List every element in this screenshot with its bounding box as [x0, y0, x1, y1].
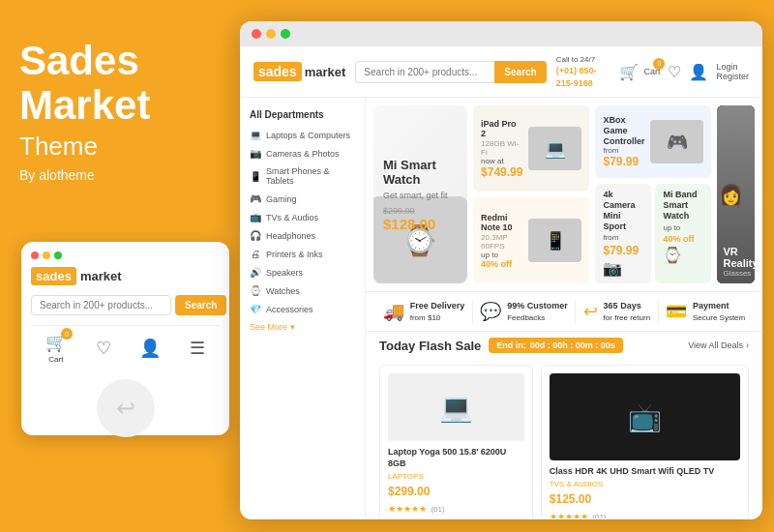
sidebar-item-speakers[interactable]: 🔊 Speakers: [240, 263, 365, 281]
header-search-input[interactable]: [355, 61, 494, 83]
product-card-laptop[interactable]: 💻 Laptop Yoga 500 15.8' 6200U 8GB LAPTOP…: [379, 365, 533, 518]
mobile-user-icon[interactable]: 👤: [139, 338, 161, 359]
browser-dot-green[interactable]: [281, 29, 290, 39]
sidebar-item-accessories[interactable]: 💎 Accessories: [240, 300, 365, 318]
camera-name: 4k Camera Mini Sport: [603, 190, 643, 231]
mobile-window-dots: [31, 251, 220, 259]
xbox-text: XBox Game Controller from $79.99: [603, 115, 644, 168]
printer-icon: 🖨: [250, 249, 261, 259]
ipad-banner[interactable]: iPad Pro 2 128GB Wi-Fi now at $749.99 💻: [473, 105, 589, 192]
header-actions: Call to 24/7 (+01) 850-215-9168 🛒 0 Cart…: [556, 54, 749, 89]
vr-text: VR Reality Glasses: [717, 240, 755, 283]
camera-price: $79.99: [603, 244, 639, 257]
site-logo[interactable]: sades market: [253, 62, 345, 81]
product-cards: 💻 Laptop Yoga 500 15.8' 6200U 8GB LAPTOP…: [366, 359, 762, 518]
mobile-icons-row: 🛒 0 Cart ♡ 👤 ☰: [31, 325, 220, 369]
miband-banner[interactable]: Mi Band Smart Watch up to 40% off ⌚: [655, 184, 711, 283]
sidebar-item-tvs[interactable]: 📺 TVs & Audios: [240, 208, 365, 226]
mobile-content-placeholder: ↩: [97, 379, 155, 437]
user-icon[interactable]: 👤: [689, 63, 708, 81]
hero-area: Mi Smart Watch Get smart, get fit $299.0…: [366, 98, 762, 518]
hero-mi-watch-banner[interactable]: Mi Smart Watch Get smart, get fit $299.0…: [373, 105, 467, 283]
camera-icon: 📷: [250, 148, 261, 159]
feature-customer-text: 99% Customer Feedbacks: [507, 300, 568, 323]
sidebar-item-phones[interactable]: 📱 Smart Phones & Tablets: [240, 163, 365, 190]
logo-sades: sades: [253, 62, 302, 81]
browser-titlebar: [240, 21, 762, 46]
vr-banner[interactable]: VR Reality Glasses 👩: [717, 105, 755, 283]
tv-card-stars: ★★★★★ (01): [550, 506, 740, 518]
camera-from: from: [603, 233, 618, 242]
header-search: Search: [355, 61, 546, 83]
sidebar-item-label: Watches: [266, 286, 300, 296]
sidebar-item-printers[interactable]: 🖨 Printers & Inks: [240, 245, 365, 263]
laptop-card-sold: Sold: 0/Unlimit: [388, 517, 524, 519]
mobile-logo-market: market: [80, 269, 122, 283]
brand-subtitle: Theme: [19, 132, 232, 162]
dot-red: [31, 251, 39, 259]
cart-badge: 0: [653, 58, 665, 70]
phone-icon: 📱: [250, 171, 261, 182]
ipad-image: 💻: [528, 127, 581, 170]
feature-divider-3: [658, 300, 659, 323]
redmi-banner[interactable]: Redmi Note 10 20.3MP 60FPS up to 40% off…: [473, 197, 589, 283]
redmi-sub: 20.3MP 60FPS: [481, 233, 522, 251]
vr-title: VR Reality: [723, 246, 755, 269]
redmi-badge: up to: [481, 251, 522, 259]
redmi-discount: 40% off: [481, 259, 522, 269]
tv-card-name: Class HDR 4K UHD Smart Wifi QLED TV: [550, 466, 740, 478]
mobile-mockup: sades market Search 🛒 0 Cart ♡ 👤 ☰ ↩: [21, 242, 229, 435]
sidebar-item-label: Gaming: [266, 194, 297, 204]
sidebar-item-gaming[interactable]: 🎮 Gaming: [240, 190, 365, 208]
miband-name: Mi Band Smart Watch: [663, 190, 703, 221]
browser-dot-red[interactable]: [252, 29, 261, 39]
header-search-button[interactable]: Search: [494, 61, 546, 83]
product-card-tv[interactable]: 📺 Class HDR 4K UHD Smart Wifi QLED TV TV…: [541, 365, 749, 518]
mobile-cart-icon[interactable]: 🛒 0 Cart: [45, 332, 67, 364]
camera-banner[interactable]: 4k Camera Mini Sport from $79.99 📷: [595, 184, 651, 283]
sidebar-item-label: Accessories: [266, 305, 313, 314]
header-login[interactable]: Login Register: [716, 62, 749, 81]
mobile-search-input[interactable]: [31, 295, 171, 315]
hero-old-price: $299.00: [383, 206, 458, 216]
headphones-icon: 🎧: [250, 230, 261, 241]
mobile-search-button[interactable]: Search: [175, 295, 226, 315]
sidebar-title: All Departments: [240, 105, 365, 126]
branding-panel: Sades Market Theme By alotheme: [19, 39, 232, 183]
sidebar-item-label: Laptops & Computers: [266, 131, 350, 140]
laptop-card-stars: ★★★★★ (01): [388, 498, 524, 516]
accessories-icon: 💎: [250, 304, 261, 314]
sidebar-item-headphones[interactable]: 🎧 Headphones: [240, 226, 365, 245]
mobile-wishlist-icon[interactable]: ♡: [96, 338, 111, 359]
header-cart[interactable]: 🛒 0 Cart: [619, 63, 660, 81]
view-all-deals-link[interactable]: View All Deals ›: [688, 340, 749, 350]
xbox-name: XBox Game Controller: [603, 115, 644, 146]
flash-sale-bar: Today Flash Sale End in: 00d : 00h : 00m…: [366, 332, 762, 359]
hero-price: $128.00: [383, 216, 458, 232]
redmi-name: Redmi Note 10: [481, 213, 522, 234]
xbox-banner[interactable]: XBox Game Controller from $79.99 🎮: [595, 105, 711, 178]
sidebar-item-cameras[interactable]: 📷 Cameras & Photos: [240, 144, 365, 163]
mobile-logo: sades market: [31, 267, 220, 285]
hero-product-sub: Get smart, get fit: [383, 191, 458, 200]
feature-delivery: 🚚 Free Delivery from $10: [383, 300, 465, 323]
ipad-banner-text: iPad Pro 2 128GB Wi-Fi now at $749.99: [481, 119, 522, 180]
miband-discount: 40% off: [663, 234, 694, 244]
sidebar-item-laptops[interactable]: 💻 Laptops & Computers: [240, 126, 365, 144]
see-more-link[interactable]: See More ▾: [240, 318, 365, 336]
chevron-right-icon: ›: [746, 340, 749, 350]
wishlist-icon[interactable]: ♡: [668, 63, 681, 81]
logo-market: market: [305, 65, 346, 79]
mobile-search-row: Search: [31, 295, 220, 315]
hero-product-name: Mi Smart Watch: [383, 158, 458, 188]
flash-countdown: End in: 00d : 00h : 00m : 00s: [489, 338, 623, 353]
sidebar-item-watches[interactable]: ⌚ Watches: [240, 281, 365, 300]
browser-dot-yellow[interactable]: [266, 29, 276, 39]
sidebar-item-label: Speakers: [266, 268, 303, 278]
feature-customer: 💬 99% Customer Feedbacks: [480, 300, 568, 323]
delivery-icon: 🚚: [383, 301, 404, 322]
tv-card-price: $125.00: [550, 492, 740, 506]
xbox-price: $79.99: [603, 155, 644, 168]
mobile-menu-icon[interactable]: ☰: [190, 338, 205, 359]
sidebar-item-label: Smart Phones & Tablets: [266, 166, 355, 186]
